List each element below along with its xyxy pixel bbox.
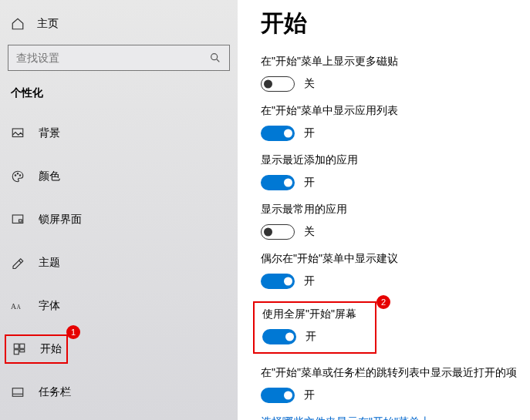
sidebar-item-label: 背景 xyxy=(39,126,60,140)
search-icon xyxy=(209,52,221,64)
taskbar-icon xyxy=(11,385,25,399)
sidebar-item-label: 锁屏界面 xyxy=(39,213,82,227)
setting-label: 显示最近添加的应用 xyxy=(261,153,530,167)
search-input-container[interactable] xyxy=(8,45,230,71)
font-icon: AA xyxy=(11,299,25,313)
svg-rect-11 xyxy=(20,344,25,348)
sidebar: 主页 个性化 背景 颜色 锁屏界面 主题 AA 字体 xyxy=(0,0,238,420)
toggle-suggestions[interactable] xyxy=(261,274,295,289)
picture-icon xyxy=(11,126,25,140)
home-icon xyxy=(11,17,25,31)
svg-point-0 xyxy=(211,54,218,60)
svg-point-4 xyxy=(17,173,19,175)
setting-app-list: 在"开始"菜单中显示应用列表 开 xyxy=(261,104,530,141)
svg-text:A: A xyxy=(17,304,22,311)
sidebar-item-themes[interactable]: 主题 xyxy=(0,248,238,277)
section-label: 个性化 xyxy=(0,86,238,100)
svg-point-3 xyxy=(15,175,16,176)
choose-folders-link[interactable]: 选择哪些文件夹显示在"开始"菜单上 xyxy=(261,415,530,420)
sidebar-item-label: 字体 xyxy=(39,299,60,313)
svg-rect-13 xyxy=(20,350,25,352)
svg-rect-12 xyxy=(14,350,19,354)
annotation-badge-1: 1 xyxy=(66,325,80,339)
sidebar-item-background[interactable]: 背景 xyxy=(0,119,238,148)
home-nav[interactable]: 主页 xyxy=(0,14,238,34)
toggle-jumplist[interactable] xyxy=(261,388,295,403)
svg-point-5 xyxy=(19,175,21,176)
toggle-state: 开 xyxy=(304,274,315,288)
svg-rect-14 xyxy=(12,388,23,397)
sidebar-item-lockscreen[interactable]: 锁屏界面 xyxy=(0,205,238,234)
palette-icon xyxy=(11,170,25,183)
sidebar-item-label: 任务栏 xyxy=(39,385,71,399)
toggle-state: 关 xyxy=(304,77,315,91)
setting-fullscreen-start: 使用全屏"开始"屏幕 开 2 xyxy=(261,301,530,354)
toggle-state: 开 xyxy=(304,176,315,190)
svg-rect-10 xyxy=(14,344,19,348)
toggle-more-tiles[interactable] xyxy=(261,76,295,92)
setting-most-used: 显示最常用的应用 关 xyxy=(261,203,530,240)
svg-line-1 xyxy=(217,59,219,62)
sidebar-item-label: 开始 xyxy=(40,342,62,356)
sidebar-item-start[interactable]: 开始 1 xyxy=(5,334,68,364)
start-icon xyxy=(12,342,26,356)
sidebar-item-taskbar[interactable]: 任务栏 xyxy=(0,378,238,407)
toggle-state: 开 xyxy=(304,126,315,140)
toggle-state: 关 xyxy=(304,225,315,239)
svg-text:A: A xyxy=(11,302,16,311)
lockscreen-icon xyxy=(11,213,25,227)
toggle-fullscreen-start[interactable] xyxy=(262,329,296,344)
home-label: 主页 xyxy=(37,17,59,31)
search-input[interactable] xyxy=(16,52,209,64)
highlight-box-fullscreen: 使用全屏"开始"屏幕 开 2 xyxy=(253,301,376,354)
setting-label: 显示最常用的应用 xyxy=(261,203,530,217)
setting-label: 使用全屏"开始"屏幕 xyxy=(262,307,367,321)
sidebar-item-colors[interactable]: 颜色 xyxy=(0,162,238,191)
setting-recently-added: 显示最近添加的应用 开 xyxy=(261,153,530,190)
toggle-state: 开 xyxy=(306,330,316,344)
page-title: 开始 xyxy=(261,8,530,39)
sidebar-item-label: 颜色 xyxy=(39,170,60,183)
setting-label: 偶尔在"开始"菜单中显示建议 xyxy=(261,252,530,266)
sidebar-item-label: 主题 xyxy=(39,256,60,270)
setting-label: 在"开始"菜单上显示更多磁贴 xyxy=(261,55,530,69)
main-panel: 开始 在"开始"菜单上显示更多磁贴 关 在"开始"菜单中显示应用列表 开 显示最… xyxy=(238,0,530,420)
toggle-app-list[interactable] xyxy=(261,126,295,141)
setting-more-tiles: 在"开始"菜单上显示更多磁贴 关 xyxy=(261,55,530,92)
annotation-badge-2: 2 xyxy=(376,295,390,309)
toggle-state: 开 xyxy=(304,388,315,402)
svg-rect-2 xyxy=(12,129,23,137)
toggle-most-used[interactable] xyxy=(261,224,295,240)
setting-label: 在"开始"菜单或任务栏的跳转列表中显示最近打开的项 xyxy=(261,366,530,380)
setting-suggestions: 偶尔在"开始"菜单中显示建议 开 xyxy=(261,252,530,289)
sidebar-item-fonts[interactable]: AA 字体 xyxy=(0,291,238,321)
theme-icon xyxy=(11,256,25,270)
setting-label: 在"开始"菜单中显示应用列表 xyxy=(261,104,530,118)
svg-rect-7 xyxy=(19,220,22,222)
setting-jumplist: 在"开始"菜单或任务栏的跳转列表中显示最近打开的项 开 xyxy=(261,366,530,403)
toggle-recently-added[interactable] xyxy=(261,175,295,190)
